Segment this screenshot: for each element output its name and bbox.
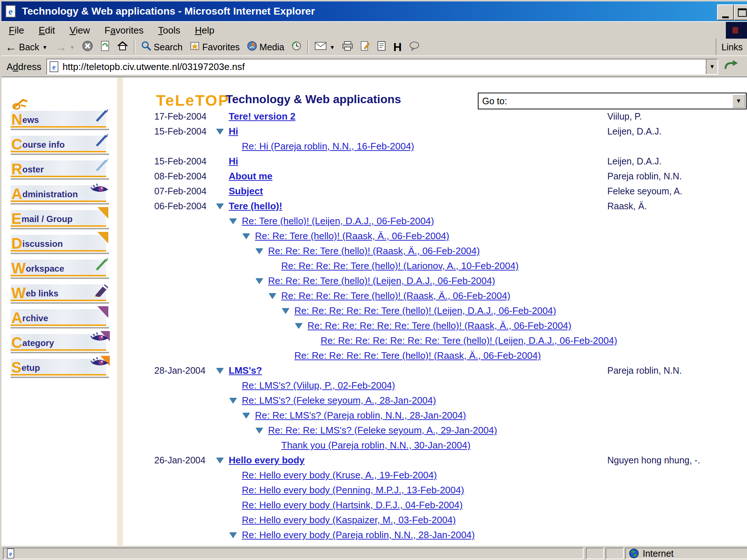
h-button[interactable]: H xyxy=(390,39,405,55)
forward-button[interactable]: →▼ xyxy=(51,39,78,55)
collapse-triangle-icon[interactable] xyxy=(216,129,224,134)
collapse-triangle-icon[interactable] xyxy=(256,278,263,284)
minimize-button[interactable] xyxy=(717,4,734,20)
expand-slot[interactable] xyxy=(282,308,294,314)
address-dropdown-button[interactable]: ▼ xyxy=(706,59,717,74)
print-button[interactable] xyxy=(338,39,357,55)
collapse-triangle-icon[interactable] xyxy=(256,428,263,433)
collapse-triangle-icon[interactable] xyxy=(295,323,302,328)
sidebar-item-web-links[interactable]: Web links xyxy=(11,284,106,304)
menu-file[interactable]: File xyxy=(1,22,31,39)
thread-subject-link[interactable]: Re: Re: Re: Re: Re: Tere (hello)! (Raask… xyxy=(294,350,541,361)
discuss-button[interactable] xyxy=(405,39,423,55)
go-icon[interactable] xyxy=(723,59,739,74)
goto-dropdown-arrow-icon[interactable]: ▼ xyxy=(732,94,745,108)
expand-slot[interactable] xyxy=(216,458,229,463)
collapse-triangle-icon[interactable] xyxy=(216,458,224,463)
expand-slot[interactable] xyxy=(216,203,229,209)
collapse-triangle-icon[interactable] xyxy=(216,368,224,373)
thread-subject-link[interactable]: Re: LMS's? (Feleke seyoum, A., 28-Jan-20… xyxy=(242,395,436,406)
thread-subject-link[interactable]: Re: Re: LMS's? (Pareja roblin, N.N., 28-… xyxy=(255,410,466,421)
sidebar-item-archive[interactable]: Archive xyxy=(11,309,106,329)
search-button[interactable]: Search xyxy=(138,39,186,55)
thread-subject-link[interactable]: Re: Re: Re: Re: Re: Re: Re: Tere (hello)… xyxy=(321,335,617,346)
sidebar-item-discussion[interactable]: Discussion xyxy=(11,235,106,255)
thread-subject-link[interactable]: Re: Re: Re: Re: Re: Tere (hello)! (Leije… xyxy=(294,305,556,316)
thread-subject-link[interactable]: Re: Re: Re: Tere (hello)! (Leijen, D.A.J… xyxy=(268,275,495,286)
expand-slot[interactable] xyxy=(216,129,229,134)
collapse-triangle-icon[interactable] xyxy=(256,248,263,254)
thread-subject-link[interactable]: Re: Re: Tere (hello)! (Raask, Ä., 06-Feb… xyxy=(255,230,449,241)
sidebar-item-email-group[interactable]: Email / Group xyxy=(11,210,106,230)
menu-tools[interactable]: Tools xyxy=(151,22,188,39)
sidebar-item-news[interactable]: News xyxy=(11,111,106,131)
collapse-triangle-icon[interactable] xyxy=(216,203,224,209)
collapse-triangle-icon[interactable] xyxy=(269,293,276,299)
expand-slot[interactable] xyxy=(229,398,242,403)
collapse-triangle-icon[interactable] xyxy=(229,218,237,224)
thread-subject-link[interactable]: Tere! version 2 xyxy=(229,112,295,122)
expand-slot[interactable] xyxy=(256,278,268,284)
expand-slot[interactable] xyxy=(269,293,281,299)
sidebar-item-category[interactable]: Category xyxy=(11,334,106,354)
thread-subject-link[interactable]: Tere (hello)! xyxy=(229,201,282,211)
thread-subject-link[interactable]: Re: LMS's? (Viilup, P., 02-Feb-2004) xyxy=(242,380,395,391)
address-input[interactable]: e http://teletopb.civ.utwente.nl/0319720… xyxy=(46,59,718,75)
dropdown-arrow-icon[interactable]: ▼ xyxy=(42,44,48,50)
home-button[interactable] xyxy=(113,39,132,55)
expand-slot[interactable] xyxy=(243,233,255,239)
menu-edit[interactable]: Edit xyxy=(31,22,62,39)
collapse-triangle-icon[interactable] xyxy=(243,233,250,239)
thread-subject-link[interactable]: Hi xyxy=(229,156,238,167)
sidebar-item-setup[interactable]: Setup xyxy=(11,359,106,379)
sidebar-item-administration[interactable]: Administration xyxy=(11,185,106,205)
thread-subject-link[interactable]: Re: Re: Re: Re: Tere (hello)! (Raask, Ä.… xyxy=(281,290,510,301)
thread-subject-link[interactable]: About me xyxy=(229,171,272,182)
document-button[interactable] xyxy=(374,39,390,55)
thread-subject-link[interactable]: Re: Re: Re: Re: Re: Re: Tere (hello)! (R… xyxy=(307,320,571,331)
goto-select[interactable]: Go to: ▼ xyxy=(478,93,747,109)
back-button[interactable]: ←Back▼ xyxy=(1,39,51,55)
thread-subject-link[interactable]: LMS's? xyxy=(229,365,262,376)
thread-subject-link[interactable]: Hello every body xyxy=(229,455,305,466)
collapse-triangle-icon[interactable] xyxy=(243,413,250,418)
thread-subject-link[interactable]: Re: Hello every body (Penning, M.P.J., 1… xyxy=(242,485,464,495)
links-bar[interactable]: Links xyxy=(716,39,747,55)
thread-subject-link[interactable]: Re: Hi (Pareja roblin, N.N., 16-Feb-2004… xyxy=(242,141,414,152)
sidebar-item-workspace[interactable]: Workspace xyxy=(11,260,106,280)
media-button[interactable]: Media xyxy=(243,39,288,55)
expand-slot[interactable] xyxy=(229,218,242,224)
history-button[interactable] xyxy=(288,39,305,55)
refresh-button[interactable] xyxy=(97,39,113,55)
stop-button[interactable] xyxy=(78,39,97,55)
expand-slot[interactable] xyxy=(216,368,229,373)
thread-subject-link[interactable]: Hi xyxy=(229,126,238,137)
thread-subject-link[interactable]: Re: Re: Re: Tere (hello)! (Raask, Ä., 06… xyxy=(268,245,480,256)
sidebar-item-course-info[interactable]: Course info xyxy=(11,136,106,156)
collapse-triangle-icon[interactable] xyxy=(282,308,289,314)
thread-subject-link[interactable]: Re: Re: Re: Re: Tere (hello)! (Larionov,… xyxy=(281,260,519,271)
expand-slot[interactable] xyxy=(243,413,255,418)
collapse-triangle-icon[interactable] xyxy=(229,532,237,538)
favorites-button[interactable]: Favorites xyxy=(186,39,244,55)
menu-favorites[interactable]: Favorites xyxy=(97,22,151,39)
dropdown-arrow-icon[interactable]: ▼ xyxy=(69,44,75,50)
thread-subject-link[interactable]: Re: Hello every body (Pareja roblin, N.N… xyxy=(242,529,475,540)
thread-subject-link[interactable]: Re: Re: Re: LMS's? (Feleke seyoum, A., 2… xyxy=(268,425,497,436)
thread-subject-link[interactable]: Subject xyxy=(229,186,263,197)
menu-help[interactable]: Help xyxy=(187,22,221,39)
expand-slot[interactable] xyxy=(256,428,268,433)
thread-subject-link[interactable]: Re: Hello every body (Hartsink, D.F.J., … xyxy=(242,499,462,510)
expand-slot[interactable] xyxy=(229,532,242,538)
sidebar-item-roster[interactable]: Roster xyxy=(11,160,106,180)
maximize-button[interactable] xyxy=(734,4,747,20)
thread-subject-link[interactable]: Re: Tere (hello)! (Leijen, D.A.J., 06-Fe… xyxy=(242,215,434,226)
thread-subject-link[interactable]: Re: Hello every body (Kaspaizer, M., 03-… xyxy=(242,514,456,525)
expand-slot[interactable] xyxy=(256,248,268,254)
dropdown-arrow-icon[interactable]: ▼ xyxy=(329,44,335,50)
thread-subject-link[interactable]: Thank you (Pareja roblin, N.N., 30-Jan-2… xyxy=(281,440,471,451)
thread-subject-link[interactable]: Re: Hello every body (Kruse, A., 19-Feb-… xyxy=(242,470,437,481)
collapse-triangle-icon[interactable] xyxy=(229,398,237,403)
mail-button[interactable]: ▼ xyxy=(311,39,338,55)
edit-button[interactable] xyxy=(357,39,374,55)
